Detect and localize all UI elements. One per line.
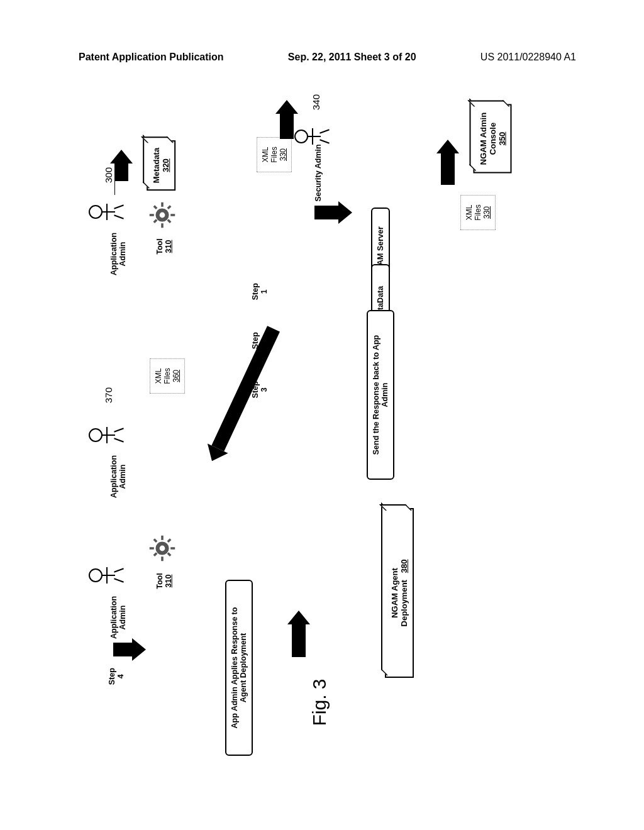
security-admin-label: Security Admin [314, 144, 323, 201]
header-center: Sep. 22, 2011 Sheet 3 of 20 [288, 52, 416, 63]
arrow-step4-to-agent [287, 611, 310, 657]
xml-files-360: XML Files 360 [150, 358, 185, 394]
svg-rect-2 [161, 223, 164, 228]
xml-files-330-b: XML Files 330 [460, 195, 496, 230]
label-application-admin-3: Application Admin [109, 592, 127, 643]
box-metadata: Metadata 320 [147, 140, 175, 191]
arrow-steps-to-console [436, 140, 459, 185]
ngam-agent-title: NGAM Agent Deployment [390, 568, 409, 626]
metadata-title: Metadata [152, 148, 161, 183]
step-4-box: App Admin Applies Response to Agent Depl… [225, 580, 253, 756]
svg-rect-7 [167, 205, 172, 209]
svg-rect-14 [170, 547, 175, 550]
arrow-step3-to-appadmin [202, 324, 284, 465]
tool-2-label: Tool 310 [155, 573, 173, 589]
svg-rect-18 [153, 552, 158, 556]
arrow-actor1-to-metadata [110, 150, 133, 181]
svg-rect-15 [153, 538, 158, 543]
header-left: Patent Application Publication [79, 52, 224, 63]
svg-point-9 [160, 213, 165, 218]
box-ngam-admin-console: NGAM Admin Console 350 [474, 104, 512, 174]
actor-application-admin-1 [89, 204, 123, 220]
svg-rect-16 [167, 552, 172, 556]
svg-rect-17 [167, 538, 172, 543]
svg-rect-6 [167, 219, 172, 223]
svg-rect-11 [161, 536, 164, 540]
svg-rect-1 [161, 202, 164, 207]
box-ngam-agent-deployment: NGAM Agent Deployment 380 [385, 508, 414, 678]
arrow-actor3-to-step4 [113, 638, 146, 661]
diagram-stage: 300 Application Admin Metadata 320 Tool … [75, 101, 579, 729]
ref-340: 340 [311, 94, 321, 110]
page-header: Patent Application Publication Sep. 22, … [79, 52, 576, 63]
gear-icon-1 [148, 201, 176, 229]
svg-rect-5 [153, 205, 158, 209]
ngam-console-ref: 350 [497, 132, 507, 146]
step-1-label: Step 1 [252, 283, 269, 300]
ref-370: 370 [103, 387, 114, 403]
svg-rect-12 [161, 556, 164, 561]
svg-point-19 [160, 546, 165, 551]
header-right: US 2011/0228940 A1 [480, 52, 576, 63]
actor-application-admin-3 [89, 567, 123, 584]
gear-icon-2 [148, 534, 176, 562]
figure-label: Fig. 3 [309, 678, 330, 726]
svg-rect-3 [150, 214, 154, 216]
xml-files-330-a: XML Files 330 [257, 137, 292, 172]
arrow-security-to-steps [314, 201, 352, 224]
label-application-admin-2: Application Admin [109, 451, 127, 502]
ngam-console-title: NGAM Admin Console [479, 113, 497, 165]
tool-1-label: Tool 310 [155, 238, 173, 254]
metadata-ref: 320 [161, 158, 170, 172]
label-application-admin-1: Application Admin [109, 229, 127, 279]
step-4-label: Step 4 [108, 668, 126, 685]
svg-rect-4 [170, 214, 175, 216]
step-3-box: Send the Response back to App Admin [367, 310, 394, 480]
svg-rect-13 [150, 547, 154, 550]
svg-rect-8 [153, 219, 158, 223]
actor-security-admin [294, 128, 328, 145]
ngam-agent-ref: 380 [399, 560, 409, 573]
actor-application-admin-2 [89, 427, 123, 443]
